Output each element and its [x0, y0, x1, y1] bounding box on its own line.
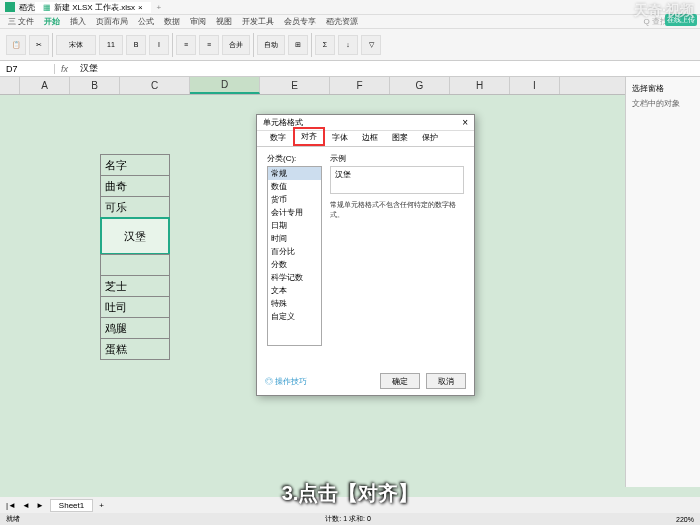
size-select[interactable]: 11 — [99, 35, 123, 55]
cell-name[interactable]: 名字 — [100, 154, 170, 176]
cat-scientific[interactable]: 科学记数 — [268, 271, 321, 284]
cell-burger-selected[interactable]: 汉堡 — [100, 217, 170, 255]
add-sheet[interactable]: + — [99, 501, 104, 510]
menu-dev[interactable]: 开发工具 — [242, 16, 274, 27]
panel-title: 选择窗格 — [632, 83, 694, 94]
tab-font[interactable]: 字体 — [325, 129, 355, 146]
col-E[interactable]: E — [260, 77, 330, 94]
cat-custom[interactable]: 自定义 — [268, 310, 321, 323]
menu-review[interactable]: 审阅 — [190, 16, 206, 27]
col-B[interactable]: B — [70, 77, 120, 94]
status-count: 计数: 1 求和: 0 — [325, 514, 371, 524]
zoom-level[interactable]: 220% — [676, 516, 694, 523]
format-button[interactable]: ⊞ — [288, 35, 308, 55]
col-D[interactable]: D — [190, 77, 260, 94]
sample-box: 汉堡 — [330, 166, 464, 194]
cat-number[interactable]: 数值 — [268, 180, 321, 193]
cell-format-dialog: 单元格格式 × 数字 对齐 字体 边框 图案 保护 分类(C): 常规 数值 货… — [256, 114, 475, 396]
app-icon — [5, 2, 15, 12]
file-tab[interactable]: ▦ 新建 XLSX 工作表.xlsx × — [35, 2, 151, 13]
cut-button[interactable]: ✂ — [29, 35, 49, 55]
dialog-tabs: 数字 对齐 字体 边框 图案 保护 — [257, 131, 474, 147]
sum-button[interactable]: Σ — [315, 35, 335, 55]
menu-data[interactable]: 数据 — [164, 16, 180, 27]
cat-fraction[interactable]: 分数 — [268, 258, 321, 271]
ok-button[interactable]: 确定 — [380, 373, 420, 389]
tab-border[interactable]: 边框 — [355, 129, 385, 146]
nav-next[interactable]: ► — [36, 501, 44, 510]
sheet-tab-1[interactable]: Sheet1 — [50, 499, 93, 512]
column-headers: A B C D E F G H I — [0, 77, 700, 95]
category-label: 分类(C): — [267, 153, 322, 164]
nav-first[interactable]: |◄ — [6, 501, 16, 510]
cell-empty[interactable] — [100, 254, 170, 276]
col-F[interactable]: F — [330, 77, 390, 94]
format-description: 常规单元格格式不包含任何特定的数字格式。 — [330, 200, 464, 220]
fx-button[interactable]: fx — [55, 64, 74, 74]
cell-chicken[interactable]: 鸡腿 — [100, 317, 170, 339]
bold-button[interactable]: B — [126, 35, 146, 55]
cat-accounting[interactable]: 会计专用 — [268, 206, 321, 219]
menu-file[interactable]: 三 文件 — [8, 16, 34, 27]
align-center[interactable]: ≡ — [199, 35, 219, 55]
sort-button[interactable]: ↓ — [338, 35, 358, 55]
formula-content[interactable]: 汉堡 — [74, 62, 104, 75]
tab-align[interactable]: 对齐 — [293, 127, 325, 146]
cat-special[interactable]: 特殊 — [268, 297, 321, 310]
menu-layout[interactable]: 页面布局 — [96, 16, 128, 27]
cat-text[interactable]: 文本 — [268, 284, 321, 297]
menubar: 三 文件 开始 插入 页面布局 公式 数据 审阅 视图 开发工具 会员专享 稻壳… — [0, 15, 700, 29]
cat-general[interactable]: 常规 — [268, 167, 321, 180]
font-select[interactable]: 宋体 — [56, 35, 96, 55]
close-tab-icon[interactable]: × — [138, 3, 143, 12]
filename: 新建 XLSX 工作表.xlsx — [54, 2, 135, 13]
titlebar: 稻壳 ▦ 新建 XLSX 工作表.xlsx × + — [0, 0, 700, 15]
name-box[interactable]: D7 — [0, 64, 55, 74]
cell-toast[interactable]: 吐司 — [100, 296, 170, 318]
cell-cookie[interactable]: 曲奇 — [100, 175, 170, 197]
merge-button[interactable]: 合并 — [222, 35, 250, 55]
wrap-button[interactable]: 自动 — [257, 35, 285, 55]
statusbar: 就绪 计数: 1 求和: 0 220% — [0, 513, 700, 525]
menu-insert[interactable]: 插入 — [70, 16, 86, 27]
cell-cheese[interactable]: 芝士 — [100, 275, 170, 297]
filter-button[interactable]: ▽ — [361, 35, 381, 55]
menu-vip[interactable]: 会员专享 — [284, 16, 316, 27]
nav-prev[interactable]: ◄ — [22, 501, 30, 510]
tab-number[interactable]: 数字 — [263, 129, 293, 146]
new-tab-button[interactable]: + — [151, 3, 168, 12]
right-panel: 选择窗格 文档中的对象 — [625, 77, 700, 487]
app-name: 稻壳 — [19, 2, 35, 13]
menu-start[interactable]: 开始 — [44, 16, 60, 27]
col-H[interactable]: H — [450, 77, 510, 94]
tab-pattern[interactable]: 图案 — [385, 129, 415, 146]
cell-cola[interactable]: 可乐 — [100, 196, 170, 218]
menu-docer[interactable]: 稻壳资源 — [326, 16, 358, 27]
tab-protect[interactable]: 保护 — [415, 129, 445, 146]
close-icon[interactable]: × — [462, 117, 468, 128]
watermark: 天奇·视频 — [634, 2, 694, 20]
ribbon: 📋 ✂ 宋体 11 B I ≡ ≡ 合并 自动 ⊞ Σ ↓ ▽ — [0, 29, 700, 61]
col-G[interactable]: G — [390, 77, 450, 94]
cat-currency[interactable]: 货币 — [268, 193, 321, 206]
tutorial-caption: 3.点击【对齐】 — [282, 480, 419, 507]
sample-label: 示例 — [330, 153, 464, 164]
cat-percent[interactable]: 百分比 — [268, 245, 321, 258]
italic-button[interactable]: I — [149, 35, 169, 55]
category-list[interactable]: 常规 数值 货币 会计专用 日期 时间 百分比 分数 科学记数 文本 特殊 自定… — [267, 166, 322, 346]
paste-button[interactable]: 📋 — [6, 35, 26, 55]
col-I[interactable]: I — [510, 77, 560, 94]
col-C[interactable]: C — [120, 77, 190, 94]
menu-formula[interactable]: 公式 — [138, 16, 154, 27]
tips-link[interactable]: ◎ 操作技巧 — [265, 376, 307, 387]
cancel-button[interactable]: 取消 — [426, 373, 466, 389]
panel-sub: 文档中的对象 — [632, 98, 694, 109]
cat-time[interactable]: 时间 — [268, 232, 321, 245]
col-A[interactable]: A — [20, 77, 70, 94]
formula-bar: D7 fx 汉堡 — [0, 61, 700, 77]
menu-view[interactable]: 视图 — [216, 16, 232, 27]
align-left[interactable]: ≡ — [176, 35, 196, 55]
sample-value: 汉堡 — [335, 170, 351, 179]
cat-date[interactable]: 日期 — [268, 219, 321, 232]
cell-cake[interactable]: 蛋糕 — [100, 338, 170, 360]
